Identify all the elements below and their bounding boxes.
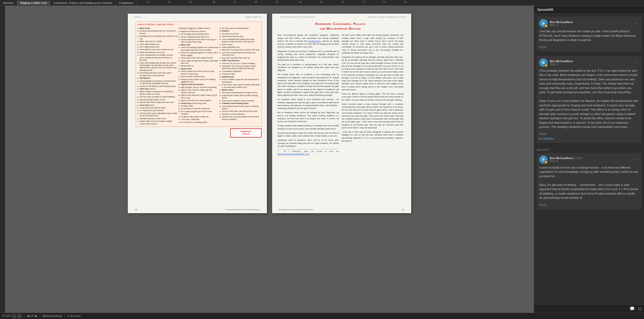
knot-item: ▶Standing part (or standing end): end th… xyxy=(138,35,178,40)
knot-item: ▶Bowline: xyxy=(220,30,260,32)
comment-author-info-3: Ben McCandless (edited) May 11 xyxy=(550,156,633,163)
spread70-text: Spread#70 xyxy=(537,148,550,151)
comment-author-info-2: Ben McCandless May 11 xyxy=(550,60,633,66)
zoom-out-button[interactable]: − xyxy=(12,314,16,318)
status-sep-1: | xyxy=(24,314,25,318)
tab-carabiners-pulleys[interactable]: Carabiners, Pulleys and Multipurpose Dev… xyxy=(50,1,116,5)
comment-menu-3[interactable]: ··· xyxy=(633,157,639,163)
badge-icon-3: ✓ xyxy=(545,161,547,163)
knot-item: ▶Figure 8 knot and variants: xyxy=(179,83,219,86)
tab-rigging[interactable]: Rigging a Static Line xyxy=(17,1,50,5)
comment-header-1: B ✓ Ben McCandless May 11 ··· xyxy=(539,19,639,28)
tab-carabiners[interactable]: Carabiners xyxy=(116,1,136,5)
knot-item: ▶Rope creeps through when loaded, especi… xyxy=(179,60,219,65)
comment-menu-1[interactable]: ··· xyxy=(633,20,639,26)
knot-item: ▶Mariner knot is only acceptable chest h… xyxy=(220,116,260,121)
knot-item: ▶Standard backup for other knots xyxy=(138,117,178,120)
status-page-indicator: ◀ 137 ▶ xyxy=(27,314,38,318)
knot-item: ▶Münter hitch: xyxy=(220,89,260,91)
panel-header: Spread#69 xyxy=(534,6,644,14)
knot-item: ▶Variant called Frost knot makes multipl… xyxy=(138,120,178,125)
main-area: Anchors Rigging a Static Line Knots & Hi… xyxy=(0,6,644,313)
knot-item: ▶Figure 8 loop tied with a bight creates… xyxy=(179,94,219,99)
top-navigation-bar: Anchors Rigging a Static Line Carabiners… xyxy=(0,0,644,6)
knot-item: ▶Used to tie webbing together for wrap 3… xyxy=(179,51,219,56)
ruler: 18 24 30 36 42 48 54 60 66 72 78 84 90 xyxy=(136,0,644,6)
knot-item: ▶Very good climbing belay and rappel dev… xyxy=(220,91,260,94)
comment-reply-btn-3[interactable]: Reply xyxy=(539,203,547,207)
knot-item: ▶Always back up xyxy=(179,65,219,67)
knot-item: ▶Used for ASRC Seat Harness xyxy=(179,75,219,78)
spread70-label: Spread#70 xyxy=(537,147,641,152)
knot-item: ▶Bend: knot that joins two ropes xyxy=(138,51,178,54)
comment-author-3: Ben McCandless (edited) xyxy=(550,156,633,160)
knot-item: ▶High-strength, secure, not prone to jam… xyxy=(179,86,219,88)
comment-block-3: B ✓ Ben McCandless (edited) May 11 ··· xyxy=(537,153,641,210)
chapter-heading: Hardware: Carabiners, Pulleysand Multipu… xyxy=(277,22,403,31)
knot-item: ▶As ascenders to ascend a static line xyxy=(179,107,219,110)
knot-item: ▶To belay a litter xyxy=(179,105,219,107)
status-sep-3: | xyxy=(64,314,65,318)
tab-anchors[interactable]: Anchors xyxy=(0,1,17,5)
knot-item: ▶Taut line hitch makes adjustable loops … xyxy=(138,112,178,117)
knot-item: ▶Does not jam xyxy=(220,43,260,46)
knot-item: ▶Serves as a shock absorber. xyxy=(220,113,260,115)
comment-block-2: B ✓ Ben McCandless May 11 ··· (This prob… xyxy=(537,56,641,143)
knot-item: ▶Used to tie off Radium Load-Releasing H… xyxy=(138,85,178,87)
badge-icon-1: ✓ xyxy=(545,25,547,27)
knots-col-3: ▶For other parts of hauling system. ▶Bow… xyxy=(220,27,260,125)
knot-item: ▶Used as binder knot when need it to hol… xyxy=(179,70,219,75)
page-number-left: 136 xyxy=(134,208,138,211)
no-errors-label: No errors xyxy=(70,315,81,317)
knot-item: ▶Used to tie webbing together into preti… xyxy=(179,46,219,51)
knot-item: ▶ASRC Seat Harness: xyxy=(220,59,260,62)
status-errors: ● No errors xyxy=(67,315,81,317)
knot-item: ▶For other parts of hauling system. xyxy=(220,27,260,29)
knot-item: ▶Bight: rope bent in U shape xyxy=(138,40,178,43)
comment-text-1: I feel like you should mention the model… xyxy=(539,29,639,42)
knot-item: ▶Tends to jam more than a figure 8 bend xyxy=(179,57,219,59)
comment-date-1: May 11 xyxy=(550,24,633,27)
zoom-in-button[interactable]: + xyxy=(17,314,22,318)
comment-reply-btn-1[interactable]: Reply xyxy=(539,45,547,49)
mode-label: [Basic] (working) xyxy=(43,315,62,317)
knot-item: ▶Cheap and light xyxy=(220,73,260,75)
comment-date-3: May 11 xyxy=(550,160,633,163)
panel-content[interactable]: B ✓ Ben McCandless May 11 ··· I feel lik… xyxy=(534,14,644,304)
next-page-btn[interactable]: ▶ xyxy=(35,314,37,318)
comment-menu-2[interactable]: ··· xyxy=(633,60,639,66)
knots-box-title: Knots & Hitches: Important Points xyxy=(138,23,260,26)
knot-item: ▶To tie onto a safety line xyxy=(179,118,219,121)
knot-item: ▶Rig low-strength anchor on tree xyxy=(138,98,178,101)
knot-item: ▶Figure 8 bend ties two ropes together xyxy=(179,99,219,102)
knot-item: ▶Tied from 20' (6 m) of 1" tubular webbi… xyxy=(220,62,260,65)
comment-author-info-1: Ben McCandless May 11 xyxy=(550,20,633,27)
panel-comment-icon[interactable]: 💬 xyxy=(630,306,635,311)
comment-block-1: B ✓ Ben McCandless May 11 ··· I feel lik… xyxy=(537,17,641,52)
prev-page-btn[interactable]: ◀ xyxy=(27,314,29,318)
page-136: Anchors Rigging a Static Line Knots & Hi… xyxy=(128,14,267,213)
panel-bottom-bar: 💬 ⊡ xyxy=(534,304,644,313)
page-number-right: 137 xyxy=(402,208,405,211)
knot-item: ▶Square knot: xyxy=(179,67,219,70)
ruler-tick: 66 xyxy=(320,1,323,3)
comment-reply-btn-2[interactable]: Reply xyxy=(539,132,547,136)
panel-filter-icon[interactable]: ⊡ xyxy=(638,306,641,311)
knots-col-1: ▶Basic terms: ▶Running end (working end)… xyxy=(138,27,178,125)
knot-item: ▶Tie off rappel and lowering devices xyxy=(179,33,219,35)
comment-replies-toggle-2[interactable]: 2 Replies xyxy=(539,137,639,140)
comment-text-2: (This probably shouldn't be added to the… xyxy=(539,69,639,129)
ruler-tick: 18 xyxy=(147,1,150,3)
ruler-tick: 60 xyxy=(299,1,302,3)
knot-item: ▶Butterfly knot: xyxy=(220,76,260,78)
knot-item: ▶Should only load two ways xyxy=(220,35,260,38)
right-panel: Spread#69 B ✓ Ben McCandless May 11 xyxy=(534,6,644,313)
replies-count: 2 Replies xyxy=(542,137,554,140)
knot-item: ▶Cross-loading/triaxial loading (two loa… xyxy=(220,38,260,43)
zoom-level: 47.54% xyxy=(2,315,11,317)
page-footer-left: 136 8: Nontechnical and Semi-Technical E… xyxy=(128,208,267,211)
avatar-badge-2: ✓ xyxy=(545,64,548,67)
comment-text-3: I used my Aztek to move (as in change ho… xyxy=(539,165,639,200)
page-footer-right: 8: Nontechnical and Semi-Technical Evacs… xyxy=(272,208,411,211)
status-mode: [Basic] (working) xyxy=(43,315,62,317)
